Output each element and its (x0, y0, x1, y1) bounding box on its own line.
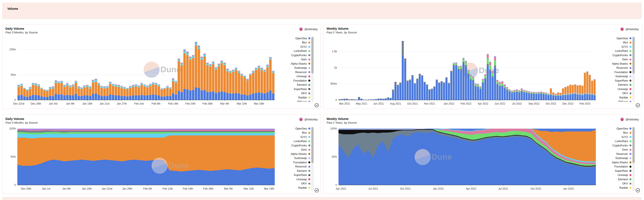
legend-item-x2y2[interactable]: X2Y2 (598, 135, 632, 139)
legend-item-okx[interactable]: OKX (598, 91, 632, 96)
legend-item-cryptopunks[interactable]: CryptoPunks (277, 144, 310, 148)
legend-item-reservoir[interactable]: Reservoir (598, 152, 632, 156)
legend-item-element[interactable]: Element (598, 177, 632, 182)
legend-item-bitkeep[interactable]: BitKeep (598, 190, 632, 191)
legend-item-sudoswap[interactable]: Sudoswap (598, 156, 632, 160)
legend-color-dot (308, 166, 310, 168)
legend-item-sudoswap[interactable]: Sudoswap (277, 156, 310, 160)
select-all-sources-button[interactable] (314, 188, 319, 192)
legend-item-blur[interactable]: Blur (598, 40, 632, 45)
legend-item-foundation[interactable]: Foundation (277, 78, 310, 83)
legend-item-superrare[interactable]: SuperRare (277, 173, 310, 178)
legend-item-uniswap[interactable]: Uniswap (598, 87, 632, 91)
legend-item-looksrare[interactable]: LooksRare (598, 49, 632, 53)
legend-item-blur[interactable]: Blur (598, 131, 632, 135)
legend-item-x2y2[interactable]: X2Y2 (598, 45, 632, 49)
legend-item-cryptopunks[interactable]: CryptoPunks (277, 53, 310, 58)
scrollbar-thumb[interactable] (312, 37, 314, 74)
author-link[interactable]: @hildobby (299, 27, 318, 31)
daily-volume-share-chart[interactable]: 050%100%Dec 25thJan 1stJan 8thJan 15thJa… (6, 126, 276, 191)
legend-color-dot (630, 183, 632, 184)
svg-text:Feb 14th: Feb 14th (168, 102, 178, 105)
legend-item-okx[interactable]: OKX (277, 91, 310, 96)
legend-item-gem[interactable]: Gem (277, 58, 310, 62)
legend-item-sudoswap[interactable]: Sudoswap (598, 74, 632, 79)
legend-item-okx[interactable]: OKX (277, 182, 310, 186)
legend-scrollbar[interactable] (632, 126, 635, 191)
select-all-sources-button[interactable] (314, 103, 319, 108)
legend-color-dot (308, 63, 310, 65)
legend-item-superrare[interactable]: SuperRare (598, 78, 632, 83)
legend-item-rarible[interactable]: Rarible (277, 96, 310, 100)
legend-scrollbar[interactable] (311, 36, 314, 102)
legend-item-element[interactable]: Element (598, 83, 632, 87)
legend-item-reservoir[interactable]: Reservoir (598, 66, 632, 70)
legend-item-superrare[interactable]: SuperRare (277, 87, 310, 91)
legend-color-dot (630, 46, 632, 48)
svg-text:Jan 1st: Jan 1st (42, 187, 50, 190)
legend-label: LooksRare (294, 140, 307, 143)
legend-item-rarible[interactable]: Rarible (277, 186, 310, 190)
legend-item-gem[interactable]: Gem (277, 148, 310, 152)
legend-item-gem[interactable]: Gem (598, 58, 632, 62)
legend-item-opensea[interactable]: OpenSea (277, 36, 310, 40)
legend-item-uniswap[interactable]: Uniswap (598, 173, 632, 178)
author-link[interactable]: @hildobby (299, 117, 318, 121)
legend-item-bitkeep[interactable]: BitKeep (598, 100, 632, 102)
svg-text:Feb 26th: Feb 26th (202, 102, 212, 105)
legend-item-rarible[interactable]: Rarible (598, 186, 632, 190)
legend-item-bitkeep[interactable]: BitKeep (277, 190, 310, 191)
author-link[interactable]: @hildobby (620, 117, 639, 121)
legend-item-reservoir[interactable]: Reservoir (277, 165, 310, 169)
legend-item-foundation[interactable]: Foundation (598, 70, 632, 74)
legend-scrollbar[interactable] (311, 126, 314, 191)
legend-item-uniswap[interactable]: Uniswap (277, 74, 310, 79)
legend-item-rarible[interactable]: Rarible (598, 96, 632, 100)
legend-item-x2y2[interactable]: X2Y2 (277, 45, 310, 49)
legend-item-alpha-sharks[interactable]: Alpha Sharks (598, 62, 632, 66)
scrollbar-thumb[interactable] (632, 37, 635, 74)
legend-item-opensea[interactable]: OpenSea (598, 126, 632, 131)
legend-item-alpha-sharks[interactable]: Alpha Sharks (277, 152, 310, 156)
legend-item-cryptopunks[interactable]: CryptoPunks (598, 144, 632, 148)
legend-item-blur[interactable]: Blur (277, 40, 310, 45)
scrollbar-thumb[interactable] (632, 127, 635, 163)
legend-scrollbar[interactable] (632, 36, 635, 102)
legend-color-dot (630, 42, 632, 44)
legend-item-reservoir[interactable]: Reservoir (277, 70, 310, 74)
legend-item-alpha-sharks[interactable]: Alpha Sharks (598, 160, 632, 165)
legend-item-bitkeep[interactable]: BitKeep (277, 100, 310, 102)
legend-item-sudoswap[interactable]: Sudoswap (277, 66, 310, 70)
select-all-sources-button[interactable] (636, 188, 640, 192)
legend-item-okx[interactable]: OKX (598, 182, 632, 186)
svg-text:Feb 12th: Feb 12th (163, 187, 173, 190)
svg-text:Dec 28th: Dec 28th (31, 102, 41, 105)
legend-item-cryptopunks[interactable]: CryptoPunks (598, 53, 632, 58)
scrollbar-thumb[interactable] (312, 127, 314, 163)
svg-text:Jan 8th: Jan 8th (62, 187, 71, 190)
select-all-sources-button[interactable] (636, 103, 640, 108)
legend-item-looksrare[interactable]: LooksRare (277, 139, 310, 144)
legend-item-element[interactable]: Element (277, 169, 310, 173)
legend-item-opensea[interactable]: OpenSea (277, 126, 310, 131)
chart-titles: Weekly Volume Past 2 Years, by Source (326, 27, 357, 34)
weekly-volume-bar-chart[interactable]: 0500m1b1.5bMar 2021May 2021Jun 2021Aug 2… (326, 36, 598, 106)
weekly-volume-share-chart[interactable]: 050%100%Apr 2021Jul 2021Oct 2021Jan 2022… (326, 126, 598, 191)
legend-item-looksrare[interactable]: LooksRare (598, 139, 632, 144)
legend-item-foundation[interactable]: Foundation (277, 160, 310, 165)
legend-item-element[interactable]: Element (277, 83, 310, 87)
legend-item-opensea[interactable]: OpenSea (598, 36, 632, 40)
legend-label: Blur (302, 131, 307, 134)
legend-item-looksrare[interactable]: LooksRare (277, 49, 310, 53)
legend-item-gem[interactable]: Gem (598, 148, 632, 152)
author-link[interactable]: @hildobby (620, 27, 639, 31)
legend-item-alpha-sharks[interactable]: Alpha Sharks (277, 62, 310, 66)
svg-text:1b: 1b (334, 66, 337, 69)
svg-text:Apr 2022: Apr 2022 (478, 102, 488, 105)
legend-item-foundation[interactable]: Foundation (598, 165, 632, 169)
legend-item-uniswap[interactable]: Uniswap (277, 177, 310, 182)
legend-item-x2y2[interactable]: X2Y2 (277, 135, 310, 139)
legend-item-superrare[interactable]: SuperRare (598, 169, 632, 173)
daily-volume-bar-chart[interactable]: 050m100mDec 22ndDec 28thJan 3rdJan 9thJa… (6, 36, 276, 106)
legend-item-blur[interactable]: Blur (277, 131, 310, 135)
